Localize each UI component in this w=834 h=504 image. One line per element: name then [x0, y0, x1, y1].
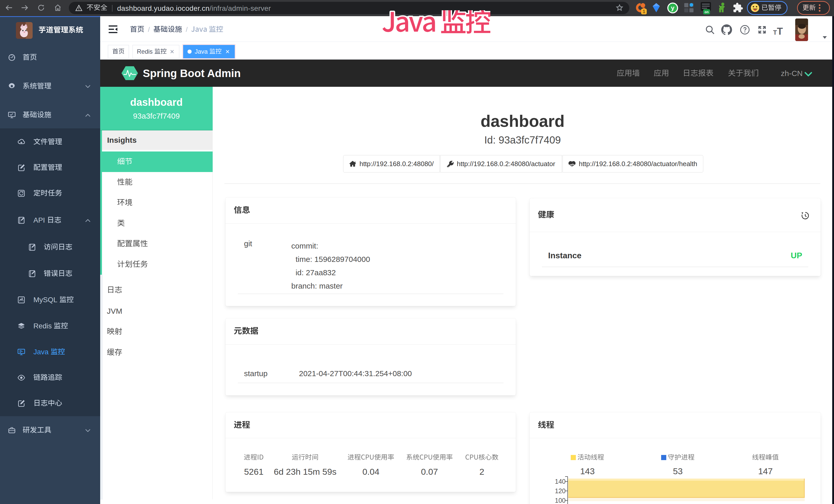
svg-text:140: 140 [555, 478, 566, 485]
svg-text:on: on [705, 10, 709, 14]
svg-text:1: 1 [643, 9, 645, 14]
svg-text:100: 100 [555, 497, 566, 504]
svg-text:120: 120 [555, 487, 566, 495]
svg-text:y: y [671, 4, 675, 11]
